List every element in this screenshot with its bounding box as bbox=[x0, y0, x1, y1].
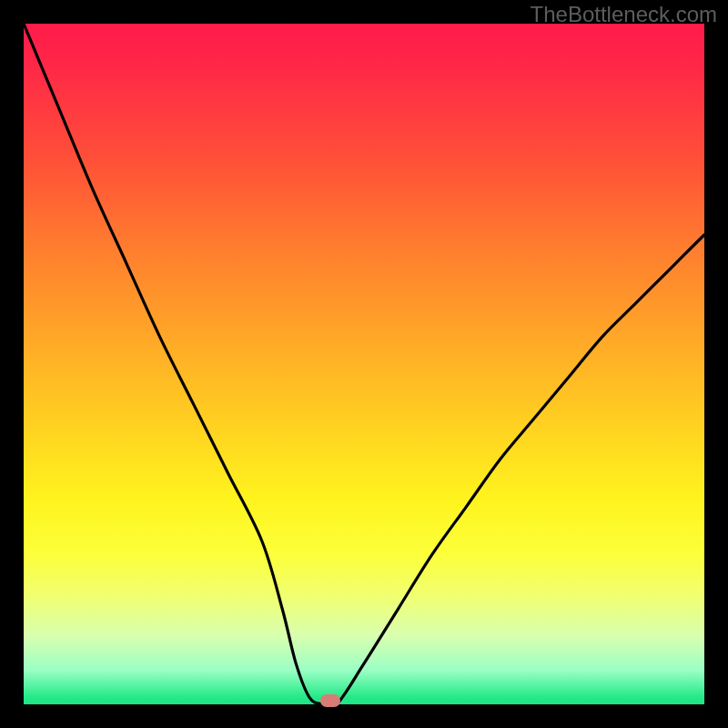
optimum-marker bbox=[320, 694, 340, 707]
watermark-text: TheBottleneck.com bbox=[531, 2, 717, 27]
heat-gradient-background bbox=[24, 24, 704, 704]
plot-area bbox=[24, 24, 704, 704]
chart-frame: TheBottleneck.com bbox=[0, 0, 728, 728]
